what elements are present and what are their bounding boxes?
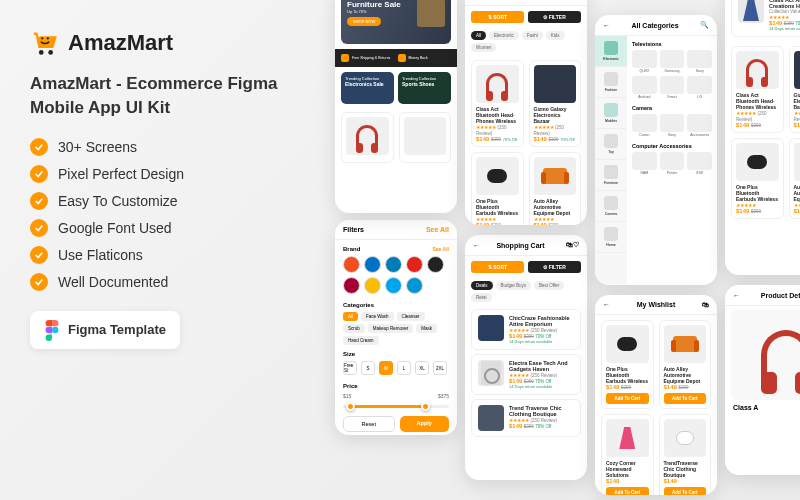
category-item[interactable]: LG <box>687 76 712 99</box>
category-side-item[interactable]: Camera <box>595 191 627 222</box>
promo-banner[interactable]: Trending CollectionSports Shoes <box>398 72 451 104</box>
chip[interactable]: Budget Buys <box>496 281 532 290</box>
apply-button[interactable]: Apply <box>400 416 450 432</box>
chip[interactable]: Women <box>471 43 496 52</box>
categories-title: All Categories <box>631 22 678 29</box>
category-side-item[interactable]: Mobiles <box>595 98 627 129</box>
hero-banner[interactable]: Trending Collection Furniture Sale Up To… <box>341 0 451 44</box>
feature-item: Easy To Customize <box>30 192 310 210</box>
wishlist-card[interactable]: ♥Cozy Corner Homeward Solutions$149Add T… <box>601 414 654 495</box>
category-tab[interactable]: Scrub <box>343 324 365 333</box>
brand-icon[interactable] <box>406 256 423 273</box>
sort-button[interactable]: ⇅ SORT <box>471 11 524 23</box>
add-to-cart-button[interactable]: Add To Cart <box>664 487 707 495</box>
category-item[interactable]: Accessories <box>687 114 712 137</box>
category-tab[interactable]: Cleanser <box>397 312 425 321</box>
screen-filters: FiltersSee All BrandSee All Categories A… <box>335 220 457 435</box>
check-icon <box>30 138 48 156</box>
product-card[interactable]: ♡One Plus Bluetooth Earbuds Wireless★★★★… <box>731 138 784 219</box>
brand-icon[interactable] <box>406 277 423 294</box>
reset-button[interactable]: Reset <box>343 416 395 432</box>
size-label: Size <box>343 351 449 357</box>
brand-icon[interactable] <box>385 277 402 294</box>
filters-title: Filters <box>343 226 364 233</box>
category-side-item[interactable]: Toy <box>595 129 627 160</box>
product-card[interactable]: ♡Class Act Bluetooth Head-Phones Wireles… <box>471 60 524 147</box>
product-card[interactable]: ♡Gizmo Galaxy Electronics Bazaar★★★★★ (2… <box>529 60 582 147</box>
category-item[interactable]: Smart <box>660 76 685 99</box>
sort-button[interactable]: ⇅ SORT <box>471 261 524 273</box>
filter-button[interactable]: ⚙ FILTER <box>528 11 581 23</box>
shop-now-button[interactable]: SHOP NOW <box>347 17 381 26</box>
wishlist-card[interactable]: ♥TrendTraverse Chic Clothing Boutique$14… <box>659 414 712 495</box>
product-card[interactable]: ♡ <box>341 112 394 163</box>
product-image <box>794 51 801 89</box>
promo-banner[interactable]: Trending CollectionElectronics Sale <box>341 72 394 104</box>
category-tab[interactable]: Face Wash <box>361 312 394 321</box>
cart-item[interactable]: Trend Traverse Chic Clothing Boutique★★★… <box>471 399 581 437</box>
category-tab[interactable]: All <box>343 312 358 321</box>
category-tab[interactable]: Mask <box>416 324 437 333</box>
brand-icon[interactable] <box>343 256 360 273</box>
category-item[interactable]: Samsung <box>660 50 685 73</box>
category-tab[interactable]: Hand Cream <box>343 336 379 345</box>
see-all-link[interactable]: See All <box>426 226 449 233</box>
feature-list: 30+ Screens Pixel Perfect Design Easy To… <box>30 138 310 291</box>
featured-item[interactable]: Class Act Artisanal Creations HubCollect… <box>731 0 800 37</box>
category-item[interactable]: Printer <box>660 152 685 175</box>
size-option[interactable]: S <box>361 361 375 375</box>
feature-item: Pixel Perfect Design <box>30 165 310 183</box>
size-option[interactable]: 2XL <box>433 361 447 375</box>
chip[interactable]: Retai <box>471 293 492 302</box>
product-card[interactable]: ♡ <box>399 112 452 163</box>
category-side-item[interactable]: Furniture <box>595 160 627 191</box>
category-item[interactable]: Sony <box>660 114 685 137</box>
category-tab[interactable]: Makeup Remover <box>368 324 414 333</box>
chip[interactable]: Electronic <box>489 31 519 40</box>
wishlist-card[interactable]: ♥Auto Alley Automotive Equipme Depot$149… <box>659 320 712 409</box>
category-item[interactable]: Sony <box>687 50 712 73</box>
category-item[interactable]: Android <box>632 76 657 99</box>
cart-item[interactable]: ChicCraze Fashionable Attire Emporium★★★… <box>471 309 581 350</box>
add-to-cart-button[interactable]: Add To Cart <box>606 487 649 495</box>
wishlist-card[interactable]: ♥One Plus Bluetooth Earbuds Wireless$149… <box>601 320 654 409</box>
chip[interactable]: Kids <box>546 31 565 40</box>
size-option[interactable]: M <box>379 361 393 375</box>
filter-button[interactable]: ⚙ FILTER <box>528 261 581 273</box>
chip[interactable]: All <box>471 31 486 40</box>
chip[interactable]: Best Offer <box>534 281 564 290</box>
brand-name: AmazMart <box>68 30 173 56</box>
chip[interactable]: Deals <box>471 281 493 290</box>
product-card[interactable]: ♡Gizmo Galaxy Electronics Bazaar★★★★★ (2… <box>789 46 801 133</box>
screen-product-detail: ← Product Details♡ Class A <box>725 285 800 475</box>
product-card[interactable]: ♡One Plus Bluetooth Earbuds Wireless★★★★… <box>471 152 524 225</box>
size-option[interactable]: Free St <box>343 361 357 375</box>
category-side-item[interactable]: Home <box>595 222 627 253</box>
size-option[interactable]: L <box>397 361 411 375</box>
category-item[interactable]: RAM <box>632 152 657 175</box>
brand-icon[interactable] <box>427 256 444 273</box>
brand-icon[interactable] <box>343 277 360 294</box>
cart-item[interactable]: Electra Ease Tech And Gadgets Haven★★★★★… <box>471 354 581 395</box>
category-side-item[interactable]: Electronic <box>595 36 627 67</box>
product-card[interactable]: ♡Class Act Bluetooth Head-Phones Wireles… <box>731 46 784 133</box>
product-card[interactable]: ♡Auto Alley Automotive Equipme Depot★★★★… <box>529 152 582 225</box>
brand-icon[interactable] <box>364 277 381 294</box>
product-image <box>487 169 507 183</box>
price-slider[interactable] <box>343 405 449 408</box>
brand-icon[interactable] <box>364 256 381 273</box>
categories-label: Categories <box>343 302 449 308</box>
category-item[interactable]: Canon <box>632 114 657 137</box>
add-to-cart-button[interactable]: Add To Cart <box>664 393 707 404</box>
product-card[interactable]: ♡Auto Alley Automotive Equipme Depot★★★★… <box>789 138 801 219</box>
brand-icon[interactable] <box>385 256 402 273</box>
see-all-link[interactable]: See All <box>433 246 450 252</box>
screen-categories: ← All Categories🔍 Electronic Fashion Mob… <box>595 15 717 285</box>
category-side-item[interactable]: Fashion <box>595 67 627 98</box>
screen-listing-right: Class Act Artisanal Creations HubCollect… <box>725 0 800 275</box>
size-option[interactable]: XL <box>415 361 429 375</box>
category-item[interactable]: QLED <box>632 50 657 73</box>
chip[interactable]: Fashi <box>522 31 543 40</box>
add-to-cart-button[interactable]: Add To Cart <box>606 393 649 404</box>
category-item[interactable]: SSD <box>687 152 712 175</box>
